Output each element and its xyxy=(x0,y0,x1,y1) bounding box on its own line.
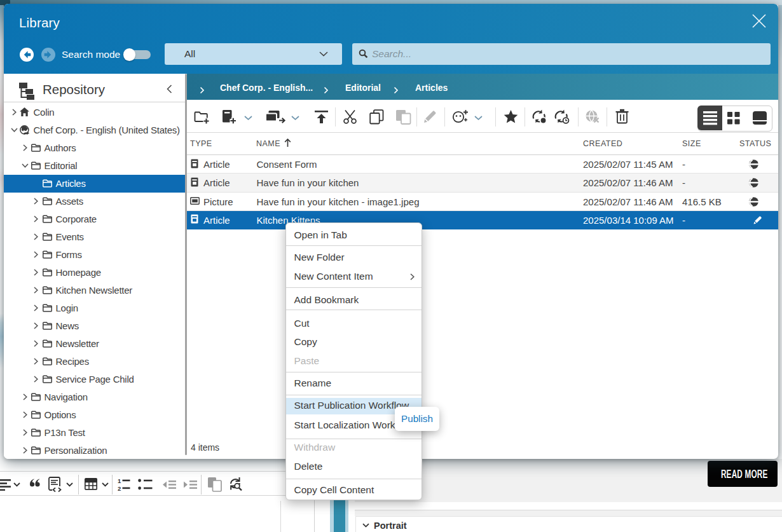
svg-text:2: 2 xyxy=(118,485,121,492)
svg-text:1: 1 xyxy=(118,477,121,484)
